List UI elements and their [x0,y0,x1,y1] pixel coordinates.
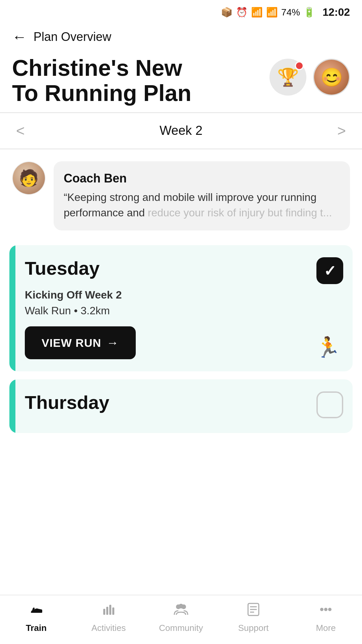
day-card-content: Tuesday ✓ Kicking Off Week 2 Walk Run • … [15,245,353,371]
day-subtitle: Kicking Off Week 2 [25,289,343,301]
page-title: Plan Overview [34,30,111,44]
svg-rect-0 [103,609,105,615]
svg-rect-3 [112,607,114,615]
activities-label: Activities [92,623,126,633]
nav-train[interactable]: Train [0,602,72,633]
coach-card[interactable]: Coach Ben “Keeping strong and mobile wil… [54,161,350,231]
community-icon [173,602,189,620]
day-card-header: Tuesday ✓ [25,257,343,284]
view-run-button[interactable]: VIEW RUN → [25,326,136,359]
coach-avatar: 🧑 [12,161,46,195]
alarm-icon: ⏰ [236,7,248,18]
status-icons: 📦 ⏰ 📶 📶 74% 🔋 [221,7,315,18]
plan-header: Christine's New To Running Plan 🏆 😊 [0,49,362,112]
avatar[interactable]: 😊 [313,59,350,96]
week-label: Week 2 [160,123,202,138]
day-detail: Walk Run • 3.2km [25,305,343,317]
plan-title: Christine's New To Running Plan [12,55,200,106]
thursday-checkbox[interactable] [316,391,343,418]
thursday-card[interactable]: Thursday [9,379,353,433]
next-week-button[interactable]: > [337,122,346,139]
tuesday-card[interactable]: Tuesday ✓ Kicking Off Week 2 Walk Run • … [9,245,353,371]
run-icon: 🏃 [315,335,341,359]
trophy-button[interactable]: 🏆 [269,59,306,96]
wifi-icon: 📶 [251,7,263,18]
trophy-icon: 🏆 [277,67,299,88]
svg-rect-2 [109,605,111,615]
coach-section: 🧑 Coach Ben “Keeping strong and mobile w… [0,149,362,237]
coach-name: Coach Ben [64,171,340,185]
more-label: More [316,623,336,633]
svg-point-12 [324,608,327,611]
status-bar: 📦 ⏰ 📶 📶 74% 🔋 12:02 [0,0,362,22]
train-label: Train [26,623,47,633]
support-label: Support [238,623,268,633]
more-icon [318,602,333,620]
top-nav: ← Plan Overview [0,22,362,49]
day-name: Tuesday [25,257,100,279]
thursday-card-header: Thursday [25,391,343,418]
avatar-image: 😊 [314,60,349,95]
nav-more[interactable]: More [290,602,362,633]
check-icon: ✓ [324,262,336,279]
svg-point-13 [328,608,331,611]
completed-checkbox[interactable]: ✓ [316,257,343,284]
thursday-card-content: Thursday [15,379,353,433]
battery-percent: 74% [281,7,300,18]
coach-image: 🧑 [13,162,45,194]
nav-support[interactable]: Support [217,602,290,633]
bottom-nav: Train Activities Community [0,595,362,644]
svg-point-11 [320,608,323,611]
nav-activities[interactable]: Activities [72,602,145,633]
coach-quote-fade: reduce your risk of injury but finding t… [148,207,332,219]
week-nav: < Week 2 > [0,112,362,149]
train-icon [29,602,44,620]
view-btn-arrow: → [107,336,119,350]
thursday-day-name: Thursday [25,391,109,413]
prev-week-button[interactable]: < [16,122,25,139]
svg-rect-1 [106,607,108,615]
activities-icon [101,602,116,620]
thursday-card-bar [9,379,15,433]
svg-point-6 [179,604,183,608]
battery-full-icon: 🔋 [303,7,315,18]
plan-icons: 🏆 😊 [269,55,350,96]
nav-community[interactable]: Community [145,602,217,633]
battery-icon: 📦 [221,7,233,18]
support-icon [246,602,261,620]
notification-dot [295,61,304,70]
day-card-bar [9,245,15,371]
status-time: 12:02 [322,6,350,18]
back-button[interactable]: ← [12,29,27,45]
coach-quote: “Keeping strong and mobile will improve … [64,190,340,221]
signal-icon: 📶 [266,7,278,18]
community-label: Community [159,623,203,633]
